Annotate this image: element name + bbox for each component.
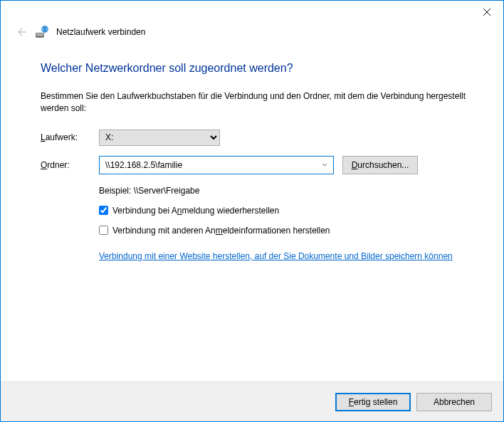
browse-button[interactable]: Durchsuchen... <box>342 156 418 174</box>
reconnect-checkbox[interactable] <box>99 206 108 215</box>
map-network-drive-wizard: Netzlaufwerk verbinden Welcher Netzwerko… <box>0 0 504 422</box>
example-text: Beispiel: \\Server\Freigabe <box>99 184 475 196</box>
svg-rect-3 <box>36 33 43 36</box>
instruction-text: Bestimmen Sie den Laufwerkbuchstaben für… <box>41 90 475 115</box>
credentials-checkbox[interactable] <box>99 226 108 235</box>
wizard-header: Netzlaufwerk verbinden <box>1 23 503 48</box>
close-button[interactable] <box>471 1 503 23</box>
wizard-footer: Fertig stellen Abbrechen <box>1 381 503 421</box>
folder-input[interactable] <box>104 159 319 171</box>
credentials-label: Verbindung mit anderen Anmeldeinformatio… <box>112 226 330 236</box>
wizard-content: Welcher Netzwerkordner soll zugeordnet w… <box>1 48 503 381</box>
reconnect-label: Verbindung bei Anmeldung wiederherstelle… <box>112 206 279 216</box>
finish-button[interactable]: Fertig stellen <box>335 393 411 411</box>
titlebar <box>1 1 503 23</box>
folder-combobox[interactable] <box>99 156 334 174</box>
page-heading: Welcher Netzwerkordner soll zugeordnet w… <box>41 62 475 75</box>
close-icon <box>483 9 490 16</box>
back-button <box>14 25 28 39</box>
chevron-down-icon[interactable] <box>319 162 330 168</box>
drive-select[interactable]: X: <box>99 130 220 146</box>
back-arrow-icon <box>14 26 27 38</box>
website-storage-link[interactable]: Verbindung mit einer Website herstellen,… <box>99 251 453 261</box>
wizard-title: Netzlaufwerk verbinden <box>56 27 145 37</box>
folder-label: Ordner: <box>41 160 96 170</box>
network-drive-icon <box>35 25 49 39</box>
svg-point-4 <box>42 36 43 38</box>
drive-label: Laufwerk: <box>41 132 96 142</box>
cancel-button[interactable]: Abbrechen <box>416 393 492 411</box>
